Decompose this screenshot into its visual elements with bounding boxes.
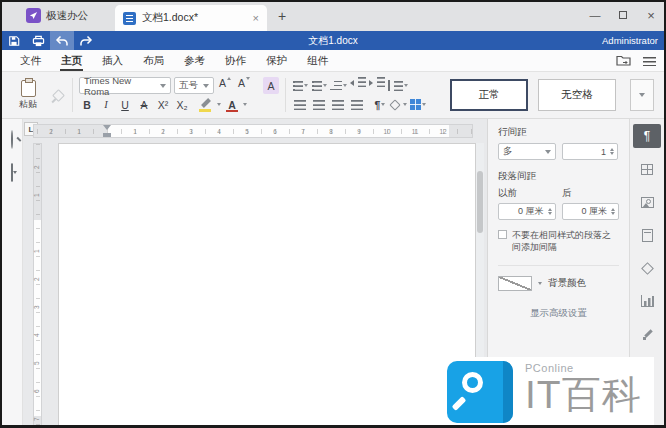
minimize-button[interactable]: — — [588, 8, 602, 22]
close-button[interactable]: × — [644, 8, 658, 22]
menu-item-protection[interactable]: 保护 — [256, 50, 297, 72]
menu-item-collaboration[interactable]: 协作 — [215, 50, 256, 72]
format-painter-button[interactable] — [48, 74, 68, 116]
maximize-icon — [619, 11, 627, 19]
advanced-settings-link[interactable]: 显示高级设置 — [498, 307, 619, 320]
maximize-button[interactable] — [616, 8, 630, 22]
bold-button[interactable]: B — [79, 96, 95, 113]
folder-icon — [616, 54, 631, 66]
multilevel-list-button[interactable] — [330, 77, 347, 94]
spacing-after-input[interactable]: 0 厘米 — [562, 203, 620, 220]
align-left-button[interactable] — [292, 96, 308, 113]
first-line-indent-marker[interactable] — [103, 125, 111, 130]
superscript-button[interactable]: X² — [155, 96, 171, 113]
subscript-button[interactable]: X₂ — [174, 96, 190, 113]
header-footer-settings-tab[interactable] — [633, 223, 661, 247]
align-right-button[interactable] — [330, 96, 346, 113]
line-spacing-number-input[interactable]: 1 — [562, 143, 618, 160]
print-button[interactable] — [26, 31, 50, 50]
text-art-settings-tab[interactable] — [633, 322, 661, 346]
font-name-select[interactable]: Times New Roma — [79, 77, 171, 94]
spinner-arrows[interactable] — [611, 208, 615, 216]
chevron-down-icon[interactable] — [217, 103, 221, 106]
highlighter-icon — [201, 98, 211, 108]
line-spacing-button[interactable] — [388, 77, 408, 94]
scrollbar-thumb[interactable] — [477, 171, 483, 233]
same-style-spacing-label: 不要在相同样式的段落之间添加间隔 — [512, 229, 619, 253]
redo-button[interactable] — [74, 31, 98, 50]
spinner-arrows[interactable] — [548, 208, 552, 216]
decrease-font-button[interactable]: A — [236, 77, 252, 94]
save-button[interactable] — [2, 31, 26, 50]
chevron-down-icon[interactable] — [243, 103, 247, 106]
increase-font-button[interactable]: A — [217, 77, 233, 94]
spacing-before-input[interactable]: 0 厘米 — [498, 203, 556, 220]
line-spacing-label: 行间距 — [498, 126, 619, 139]
background-color-swatch[interactable] — [498, 276, 532, 291]
styles-gallery-expand-button[interactable] — [630, 79, 654, 111]
paste-button[interactable]: 粘贴 — [8, 74, 48, 116]
justify-button[interactable] — [349, 96, 365, 113]
decrease-font-label: A — [238, 77, 245, 89]
comments-button[interactable] — [11, 164, 13, 182]
numbered-list-button[interactable] — [311, 77, 327, 94]
document-icon — [123, 12, 136, 25]
shape-settings-tab[interactable] — [633, 256, 661, 280]
arrow-down-icon — [246, 77, 250, 80]
title-bar: 文档1.docx Administrator — [2, 31, 664, 50]
same-style-spacing-checkbox[interactable] — [498, 230, 507, 239]
ruler-number: 2 — [34, 277, 41, 281]
menu-item-layout[interactable]: 布局 — [133, 50, 174, 72]
undo-button[interactable] — [50, 31, 74, 50]
magnifier-icon — [462, 372, 483, 393]
document-page[interactable] — [58, 143, 476, 427]
line-spacing-value: 多 — [503, 145, 513, 158]
search-button[interactable] — [11, 131, 13, 149]
bullet-list-button[interactable] — [292, 77, 308, 94]
menu-item-file[interactable]: 文件 — [10, 50, 51, 72]
underline-button[interactable]: U — [117, 96, 133, 113]
window-controls: — × — [588, 6, 658, 24]
view-settings-icon[interactable] — [643, 57, 656, 66]
align-center-button[interactable] — [311, 96, 327, 113]
italic-button[interactable]: I — [98, 96, 114, 113]
menu-item-references[interactable]: 参考 — [174, 50, 215, 72]
chart-settings-tab[interactable] — [633, 289, 661, 313]
table-settings-tab[interactable] — [633, 157, 661, 181]
table-icon — [641, 164, 653, 175]
spinner-arrows[interactable] — [610, 148, 614, 156]
paragraph-settings-tab[interactable]: ¶ — [633, 124, 661, 148]
line-spacing-select[interactable]: 多 — [498, 143, 556, 160]
left-indent-marker[interactable] — [103, 133, 111, 137]
decrease-indent-button[interactable] — [350, 77, 366, 94]
chevron-down-icon[interactable] — [538, 282, 542, 285]
menu-item-home[interactable]: 主页 — [51, 50, 92, 72]
vertical-ruler[interactable]: 121234567 — [33, 143, 42, 426]
char-shading-button[interactable]: A — [263, 77, 279, 94]
menu-item-plugins[interactable]: 组件 — [297, 50, 338, 72]
show-marks-button[interactable]: ¶ — [372, 96, 388, 113]
tab-close-icon[interactable]: × — [253, 12, 259, 24]
font-size-select[interactable]: 五号 — [174, 77, 214, 94]
tab-bar: 极速办公 文档1.docx* × + — × — [2, 2, 664, 31]
borders-button[interactable] — [410, 96, 426, 113]
home-ribbon: 粘贴 Times New Roma 五号 A A A B I U A — [2, 72, 664, 119]
document-tab-title: 文档1.docx* — [142, 11, 198, 25]
strikethrough-button[interactable]: A — [136, 96, 152, 113]
new-tab-button[interactable]: + — [278, 8, 286, 24]
horizontal-ruler[interactable]: 12123456789101112 — [33, 124, 473, 138]
shading-button[interactable] — [391, 96, 407, 113]
highlight-color-button[interactable] — [198, 96, 214, 113]
image-settings-tab[interactable] — [633, 190, 661, 214]
style-normal[interactable]: 正常 — [450, 79, 528, 111]
open-file-location-button[interactable] — [616, 52, 631, 70]
style-no-spacing[interactable]: 无空格 — [538, 79, 616, 111]
ruler-number: 10 — [383, 129, 390, 136]
document-tab[interactable]: 文档1.docx* × — [115, 5, 267, 31]
user-name: Administrator — [602, 31, 658, 50]
menu-item-insert[interactable]: 插入 — [92, 50, 133, 72]
shading-bucket-icon — [389, 99, 400, 110]
increase-indent-button[interactable] — [369, 77, 385, 94]
font-color-button[interactable]: A — [224, 96, 240, 113]
indent-left-icon — [350, 80, 354, 86]
